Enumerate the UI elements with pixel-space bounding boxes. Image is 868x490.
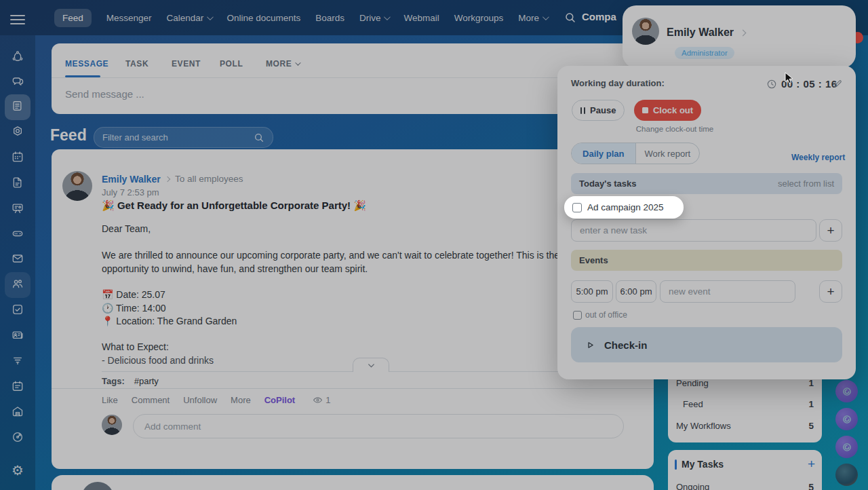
app-window: Feed Messenger Calendar Online documents…	[0, 0, 868, 490]
dim-overlay	[0, 0, 868, 490]
checkbox-icon[interactable]	[572, 203, 582, 212]
task-item-ad-campaign[interactable]: Ad campaign 2025	[564, 196, 684, 219]
